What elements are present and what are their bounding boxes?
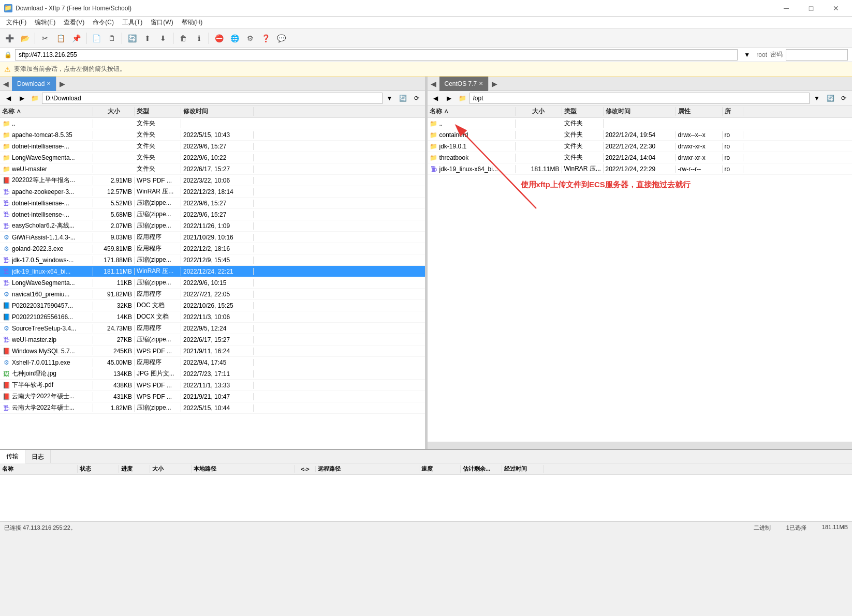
right-tab-close[interactable]: ✕ <box>479 81 483 86</box>
left-tab-next[interactable]: ▶ <box>56 80 68 88</box>
refresh-button[interactable]: 🔄 <box>125 31 139 46</box>
file-type: DOC 文档 <box>135 301 181 310</box>
left-forward-button[interactable]: ▶ <box>16 92 28 104</box>
left-file-row[interactable]: 📁 .. 文件夹 <box>0 118 425 129</box>
left-tab-download[interactable]: Download ✕ <box>12 77 56 91</box>
right-tab-centos[interactable]: CentOS 7.7 ✕ <box>439 77 489 91</box>
left-file-row[interactable]: 📘 P020221026556166... 14KB DOCX 文档 2022/… <box>0 311 425 323</box>
right-path-dropdown[interactable]: ▼ <box>811 92 823 104</box>
maximize-button[interactable]: □ <box>799 0 823 17</box>
menu-edit[interactable]: 编辑(E) <box>31 17 60 28</box>
left-file-row[interactable]: 🗜 云南大学2022年硕士... 1.82MB 压缩(zippe... 2022… <box>0 402 425 414</box>
left-file-row[interactable]: ⚙ SourceTreeSetup-3.4... 24.73MB 应用程序 20… <box>0 323 425 334</box>
view-button[interactable]: 📄 <box>89 31 104 46</box>
menu-help[interactable]: 帮助(H) <box>178 17 207 28</box>
view2-button[interactable]: 🗒 <box>105 31 119 46</box>
props-button[interactable]: ℹ <box>192 31 206 46</box>
copy-button[interactable]: 📋 <box>53 31 68 46</box>
new-session-button[interactable]: ➕ <box>2 31 17 46</box>
tab-transfer[interactable]: 传输 <box>0 450 25 463</box>
left-tab-prev[interactable]: ◀ <box>0 80 12 88</box>
close-button[interactable]: ✕ <box>824 0 848 17</box>
status-right: 二进制 1已选择 181.11MB <box>754 524 848 532</box>
left-file-row[interactable]: 🗜 weUI-master.zip 27KB 压缩(zippe... 2022/… <box>0 334 425 345</box>
right-file-row[interactable]: 🗜 jdk-19_linux-x64_bi... 181.11MB WinRAR… <box>428 163 853 175</box>
status-bar: 已连接 47.113.216.255:22。 二进制 1已选择 181.11MB <box>0 521 852 534</box>
right-tab-next[interactable]: ▶ <box>489 80 501 88</box>
connection-status: 已连接 47.113.216.255:22。 <box>4 524 76 532</box>
left-tab-close[interactable]: ✕ <box>47 81 51 86</box>
minimize-button[interactable]: ─ <box>774 0 798 17</box>
menu-command[interactable]: 命令(C) <box>89 17 118 28</box>
left-file-row[interactable]: 📁 LongWaveSegmenta... 文件夹 2022/9/6, 10:2… <box>0 152 425 163</box>
paste-button[interactable]: 📌 <box>69 31 83 46</box>
right-file-row[interactable]: 📁 .. 文件夹 <box>428 118 853 129</box>
left-file-row[interactable]: 🗜 apache-zookeeper-3... 12.57MB WinRAR 压… <box>0 186 425 198</box>
left-file-row[interactable]: 📕 202202等上半年报名... 2.91MB WPS PDF ... 202… <box>0 175 425 186</box>
left-file-row[interactable]: 📁 weUI-master 文件夹 2022/6/17, 15:27 <box>0 163 425 175</box>
menu-tools[interactable]: 工具(T) <box>118 17 146 28</box>
right-file-row[interactable]: 📁 threatbook 文件夹 2022/12/24, 14:04 drwxr… <box>428 152 853 163</box>
menu-file[interactable]: 文件(F) <box>2 17 31 28</box>
menu-view[interactable]: 查看(V) <box>60 17 89 28</box>
left-panel: ◀ Download ✕ ▶ ◀ ▶ 📁 ▼ 🔄 ⟳ 名称 ∧ 大小 类型 修改… <box>0 77 425 449</box>
right-home-btn[interactable]: ⟳ <box>838 92 850 104</box>
menu-window[interactable]: 窗口(W) <box>146 17 177 28</box>
misc-button[interactable]: 💬 <box>274 31 288 46</box>
file-size: 1.82MB <box>93 404 135 412</box>
file-icon: 📁 <box>2 119 10 128</box>
connect-button[interactable]: 🌐 <box>227 31 242 46</box>
right-file-row[interactable]: 📁 jdk-19.0.1 文件夹 2022/12/24, 22:30 drwxr… <box>428 141 853 152</box>
left-file-row[interactable]: ⚙ Xshell-7.0.0111p.exe 45.00MB 应用程序 2022… <box>0 357 425 368</box>
cut-button[interactable]: ✂ <box>38 31 52 46</box>
settings-button[interactable]: ⚙ <box>243 31 257 46</box>
help-button[interactable]: ❓ <box>258 31 273 46</box>
tab-log[interactable]: 日志 <box>25 450 51 463</box>
left-file-row[interactable]: 🗜 easyScholar6.2-离线... 2.07MB 压缩(zippe..… <box>0 220 425 232</box>
left-file-row[interactable]: 📕 下半年软考.pdf 438KB WPS PDF ... 2022/11/1,… <box>0 380 425 391</box>
left-file-row[interactable]: 📕 云南大学2022年硕士... 431KB WPS PDF ... 2021/… <box>0 391 425 402</box>
left-file-row[interactable]: 📁 dotnet-intellisense-... 文件夹 2022/9/6, … <box>0 141 425 152</box>
left-path-dropdown[interactable]: ▼ <box>384 92 396 104</box>
left-file-row[interactable]: 🗜 jdk-19_linux-x64_bi... 181.11MB WinRAR… <box>0 266 425 277</box>
left-file-row[interactable]: 🖼 七种join理论.jpg 134KB JPG 图片文... 2022/7/2… <box>0 368 425 380</box>
upload-button[interactable]: ⬆ <box>140 31 155 46</box>
address-input[interactable] <box>15 49 738 61</box>
download-button[interactable]: ⬇ <box>156 31 170 46</box>
connect-dropdown[interactable]: ▼ <box>741 49 753 61</box>
password-input[interactable] <box>786 49 848 61</box>
file-icon: 🗜 <box>2 404 10 412</box>
left-home-btn[interactable]: ⟳ <box>410 92 423 104</box>
open-button[interactable]: 📂 <box>18 31 32 46</box>
left-file-row[interactable]: 🗜 dotnet-intellisense-... 5.52MB 压缩(zipp… <box>0 198 425 209</box>
left-file-row[interactable]: 🗜 dotnet-intellisense-... 5.68MB 压缩(zipp… <box>0 209 425 220</box>
right-path-input[interactable] <box>469 93 810 104</box>
left-file-row[interactable]: ⚙ goland-2022.3.exe 459.81MB 应用程序 2022/1… <box>0 243 425 254</box>
left-back-button[interactable]: ◀ <box>2 92 14 104</box>
file-type: 文件夹 <box>135 164 181 173</box>
left-file-row[interactable]: 📘 P020220317590457... 32KB DOC 文档 2022/1… <box>0 300 425 311</box>
right-file-row[interactable]: 📁 containerd 文件夹 2022/12/24, 19:54 drwx-… <box>428 129 853 141</box>
left-file-row[interactable]: 📕 Windows MySQL 5.7... 245KB WPS PDF ...… <box>0 345 425 357</box>
left-path-input[interactable] <box>42 93 383 104</box>
right-scrollbar-h[interactable] <box>428 442 853 449</box>
file-name: 云南大学2022年硕士... <box>12 392 75 401</box>
file-owner: ro <box>723 154 743 161</box>
stop-button[interactable]: ⛔ <box>212 31 226 46</box>
left-file-row[interactable]: 🗜 LongWaveSegmenta... 11KB 压缩(zippe... 2… <box>0 277 425 289</box>
file-name: LongWaveSegmenta... <box>12 154 75 161</box>
right-tab-prev[interactable]: ◀ <box>428 80 439 88</box>
left-refresh-btn[interactable]: 🔄 <box>397 92 409 104</box>
right-forward-button[interactable]: ▶ <box>443 92 456 104</box>
file-type: JPG 图片文... <box>135 369 181 378</box>
delete-button[interactable]: 🗑 <box>176 31 190 46</box>
left-file-row[interactable]: 🗜 jdk-17.0.5_windows-... 171.88MB 压缩(zip… <box>0 254 425 266</box>
right-refresh-btn[interactable]: 🔄 <box>824 92 836 104</box>
right-header-type: 类型 <box>562 107 604 116</box>
left-panel-nav: ◀ ▶ 📁 ▼ 🔄 ⟳ <box>0 91 425 106</box>
right-back-button[interactable]: ◀ <box>430 92 442 104</box>
left-file-row[interactable]: 📁 apache-tomcat-8.5.35 文件夹 2022/5/15, 10… <box>0 129 425 141</box>
left-file-row[interactable]: ⚙ GiWiFiAssist-1.1.4.3-... 9.03MB 应用程序 2… <box>0 232 425 243</box>
file-icon: 📁 <box>2 131 10 139</box>
left-file-row[interactable]: ⚙ navicat160_premiu... 91.82MB 应用程序 2022… <box>0 289 425 300</box>
